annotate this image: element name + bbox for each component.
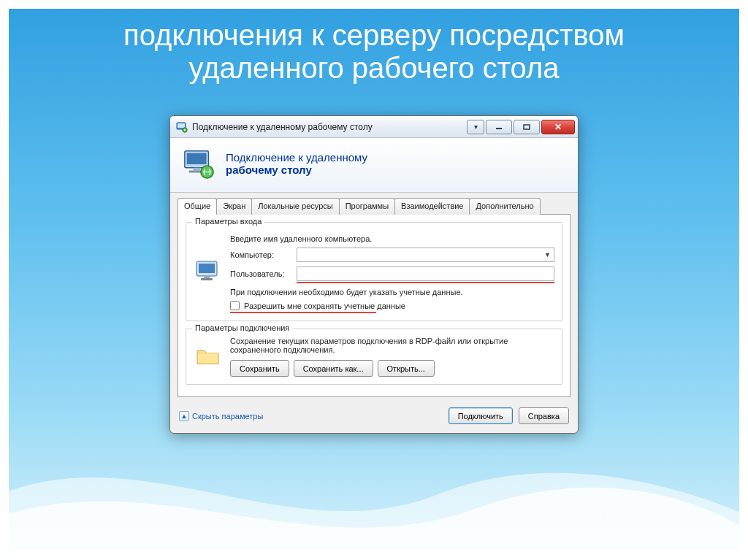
svg-rect-1 bbox=[178, 123, 185, 128]
tab-experience[interactable]: Взаимодействие bbox=[394, 198, 470, 215]
computer-label: Компьютер: bbox=[230, 250, 292, 259]
slide-title: подключения к серверу посредством удален… bbox=[0, 0, 748, 92]
login-settings-group: Параметры входа Введите имя удаленного к… bbox=[186, 222, 562, 321]
computer-icon bbox=[194, 230, 223, 313]
maximize-button[interactable] bbox=[514, 120, 540, 134]
tab-programs[interactable]: Программы bbox=[339, 198, 395, 215]
connection-description: Сохранение текущих параметров подключени… bbox=[230, 337, 554, 354]
minimize-button[interactable] bbox=[486, 120, 512, 134]
folder-icon bbox=[194, 337, 223, 377]
save-credentials-checkbox[interactable] bbox=[230, 301, 240, 310]
connect-button[interactable]: Подключить bbox=[449, 407, 513, 424]
svg-rect-13 bbox=[201, 278, 213, 280]
chevron-up-icon: ▲ bbox=[179, 411, 189, 421]
login-instruction: Введите имя удаленного компьютера. bbox=[230, 234, 554, 243]
close-button[interactable]: ✕ bbox=[541, 120, 575, 134]
login-legend: Параметры входа bbox=[192, 217, 264, 226]
svg-rect-11 bbox=[199, 264, 215, 273]
rdp-dialog: Подключение к удаленному рабочему столу … bbox=[169, 115, 579, 434]
decorative-wave bbox=[0, 429, 748, 560]
help-button[interactable]: Справка bbox=[519, 407, 569, 424]
dialog-heading: Подключение к удаленному рабочему столу bbox=[226, 151, 367, 176]
hide-options-link[interactable]: ▲ Скрыть параметры bbox=[179, 411, 263, 421]
dialog-footer: ▲ Скрыть параметры Подключить Справка bbox=[170, 402, 578, 433]
highlight-underline-user bbox=[297, 282, 554, 283]
connection-settings-group: Параметры подключения Сохранение текущих… bbox=[186, 329, 562, 385]
open-button[interactable]: Открыть... bbox=[378, 360, 435, 377]
system-buttons: ▾ ✕ bbox=[467, 120, 575, 134]
computer-combobox[interactable]: ▼ bbox=[297, 248, 554, 262]
hide-options-label: Скрыть параметры bbox=[192, 412, 263, 421]
tab-strip: Общие Экран Локальные ресурсы Программы … bbox=[170, 193, 578, 214]
tab-display[interactable]: Экран bbox=[216, 198, 252, 215]
save-credentials-label: Разрешить мне сохранять учетные данные bbox=[244, 302, 405, 310]
svg-rect-4 bbox=[524, 125, 530, 129]
dialog-header: Подключение к удаленному рабочему столу bbox=[170, 138, 578, 193]
titlebar[interactable]: Подключение к удаленному рабочему столу … bbox=[170, 116, 578, 138]
tab-panel-general: Параметры входа Введите имя удаленного к… bbox=[178, 214, 570, 397]
rdp-app-icon bbox=[176, 121, 188, 133]
tab-advanced[interactable]: Дополнительно bbox=[469, 198, 540, 215]
tab-local-resources[interactable]: Локальные ресурсы bbox=[251, 198, 339, 215]
chevron-down-icon: ▼ bbox=[544, 251, 551, 258]
connection-legend: Параметры подключения bbox=[192, 323, 292, 332]
credentials-hint: При подключении необходимо будет указать… bbox=[230, 288, 554, 296]
sys-menu-button[interactable]: ▾ bbox=[467, 120, 484, 134]
user-label: Пользователь: bbox=[230, 269, 292, 278]
window-title: Подключение к удаленному рабочему столу bbox=[192, 122, 467, 132]
svg-rect-7 bbox=[193, 168, 200, 171]
svg-rect-6 bbox=[187, 153, 207, 164]
remote-desktop-icon bbox=[182, 147, 215, 180]
watermark: tavalik.ru bbox=[548, 509, 638, 534]
user-input[interactable] bbox=[297, 266, 554, 281]
save-button[interactable]: Сохранить bbox=[230, 360, 289, 377]
highlight-underline-checkbox bbox=[230, 312, 376, 313]
svg-rect-12 bbox=[204, 276, 210, 278]
save-as-button[interactable]: Сохранить как... bbox=[294, 360, 373, 377]
tab-general[interactable]: Общие bbox=[178, 198, 217, 215]
